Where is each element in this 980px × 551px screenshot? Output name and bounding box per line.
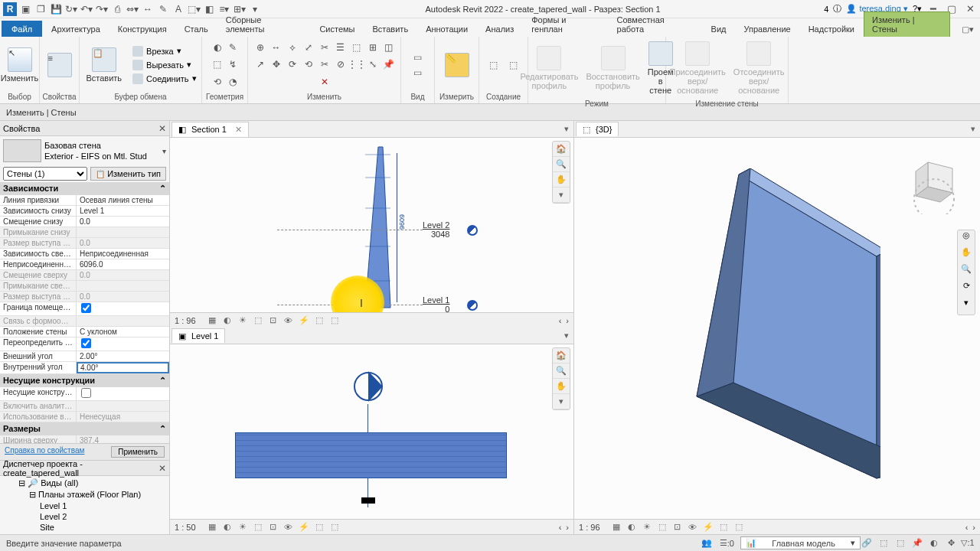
prop-room-bounding[interactable]: Граница помещен... [0,302,169,316]
shadow-icon[interactable]: ⬚ [253,315,263,326]
save-icon[interactable]: ❐ [34,2,47,16]
save-icon[interactable]: 💾 [49,2,63,16]
mod-icon[interactable]: ⊞ [366,41,380,54]
tab-insert[interactable]: Вставить [364,21,416,37]
geom-icon[interactable]: ⬚ [211,57,224,71]
measure-icon[interactable]: ⇔▾ [126,2,139,16]
more-icon[interactable]: ⬚ [329,522,340,533]
geom-icon[interactable]: ↯ [226,57,240,71]
scale-value[interactable]: 1 : 96 [579,523,600,532]
section-head-marker[interactable] [349,367,387,406]
shadow-icon[interactable]: ⬚ [657,522,668,533]
hide-icon[interactable]: 👁 [283,315,294,326]
mod-icon[interactable]: ↗ [253,57,267,71]
redo-icon[interactable]: ↷▾ [95,2,109,16]
model-combo[interactable]: 📊Главная модель▾ [740,536,861,549]
element-filter-select[interactable]: Стены (1) [3,167,87,181]
detail-icon[interactable]: ▦ [611,522,622,533]
prop-ext-angle[interactable]: Внешний угол2.00° [0,351,169,362]
tab-extra-icon[interactable]: ▢▾ [957,22,978,37]
print-icon[interactable]: ⎙ [110,2,124,16]
geom-icon[interactable]: ⟲ [211,75,224,89]
more-icon[interactable]: ⬚ [718,522,729,533]
tree-views[interactable]: ⊟ 🔎 Виды (all) [5,478,165,489]
section-view-canvas[interactable]: 🏠🔍✋▾ 6096 Level 2 3048 [170,138,573,312]
scale-value[interactable]: 1 : 50 [175,523,196,532]
mirror-icon[interactable]: ⟲ [302,57,315,71]
sun-icon[interactable]: ☀ [642,522,652,533]
prop-int-angle[interactable]: Внутренний угол4.00° [0,362,169,374]
pin-icon[interactable]: 📌 [382,57,396,71]
group-dimensions[interactable]: Размеры⌃ [0,422,169,435]
tab-overflow-icon[interactable]: ▾ [560,124,573,134]
more-icon[interactable]: ⬚ [329,315,340,326]
level2-marker-icon[interactable] [467,225,478,236]
prop-cross-section[interactable]: Положение стеныС уклоном [0,327,169,337]
move-icon[interactable]: ✥ [270,57,283,71]
delete-icon[interactable]: ✕ [318,75,332,89]
group-constraints[interactable]: Зависимости⌃ [0,182,169,195]
tab-addins[interactable]: Надстройки [800,21,863,37]
section-view-controls[interactable]: 1 : 96 ▦◐☀⬚⊡👁⚡⬚⬚ ‹› [170,312,573,328]
scroll-left-iconACicon[interactable]: ‹ [559,523,562,532]
mod-icon[interactable]: ⤢ [302,41,315,54]
wall-plan-element[interactable] [235,432,507,478]
tab-systems[interactable]: Системы [311,21,363,37]
array-icon[interactable]: ⋮⋮ [350,57,364,71]
shadow-icon[interactable]: ⬚ [253,522,263,533]
rotate-icon[interactable]: ⟳ [286,57,299,71]
view-icon[interactable]: ▭ [411,66,425,80]
tab-manage[interactable]: Управление [736,21,799,37]
paste-button[interactable]: 📋Вставить [83,46,125,84]
mod-icon[interactable]: ◫ [382,41,396,54]
link-icon[interactable]: 🔗 [861,537,873,549]
prop-base-constraint[interactable]: Зависимость снизуLevel 1 [0,206,169,217]
mod-icon[interactable]: ⬚ [350,41,364,54]
tab-3d[interactable]: ⬚{3D} [576,122,619,136]
measure-button[interactable]: 📏 [442,51,472,79]
tree-floorplans[interactable]: ⊟ Планы этажей (Floor Plan) [5,489,165,500]
prop-structural[interactable]: Несущие конструк... [0,387,169,401]
hide-icon[interactable]: 👁 [283,522,294,533]
create-icon[interactable]: ⬚ [484,55,503,75]
reveal-icon[interactable]: ⚡ [703,522,714,533]
worksets-icon[interactable]: 👥 [701,537,713,549]
tab-overflow-icon[interactable]: ▾ [966,124,980,134]
scale-value[interactable]: 1 : 96 [175,316,196,325]
tree-level1[interactable]: Level 1 [5,500,165,511]
prop-top-constraint[interactable]: Зависимость сверхуНеприсоединенная [0,249,169,259]
plan-view-canvas[interactable]: 🏠🔍✋▾ [170,344,573,519]
select-pinned-icon[interactable]: 📌 [911,537,923,549]
detail-icon[interactable]: ▦ [207,522,217,533]
sun-icon[interactable]: ☀ [237,315,248,326]
plan-view-controls[interactable]: 1 : 50 ▦◐☀⬚⊡👁⚡⬚⬚ ‹› [170,519,573,534]
prop-base-offset[interactable]: Смещение снизу0.0 [0,217,169,227]
tab-collaborate[interactable]: Совместная работа [609,11,702,37]
pan-icon[interactable]: ✋ [958,247,975,264]
crop-icon[interactable]: ⊡ [672,522,683,533]
level1-marker-icon[interactable] [467,300,478,311]
mod-icon[interactable]: ☰ [334,41,348,54]
trim-icon[interactable]: ✂ [318,57,332,71]
drag-icon[interactable]: ✥ [945,537,957,549]
join-button[interactable]: Соединить ▾ [131,73,198,85]
more-icon[interactable]: ⬚ [733,522,744,533]
more-icon[interactable]: ▾ [958,298,975,315]
detail-icon[interactable]: ▦ [207,315,217,326]
mod-icon[interactable]: ↔ [270,41,283,54]
text-icon[interactable]: A [172,2,185,16]
notif-count[interactable]: 4 [824,5,828,14]
scroll-right-icon[interactable]: › [566,523,569,532]
level1-name[interactable]: Level 1 [423,295,449,305]
nav-bar[interactable]: ◎ ✋ 🔍 ⟳ ▾ [957,230,975,315]
open-icon[interactable]: ▣ [18,2,32,16]
crop-icon[interactable]: ⊡ [268,522,279,533]
tab-structure[interactable]: Конструкция [109,21,175,37]
tree-level2[interactable]: Level 2 [5,511,165,522]
sun-icon[interactable]: ☀ [237,522,248,533]
3d-view-canvas[interactable]: ◎ ✋ 🔍 ⟳ ▾ [574,138,980,519]
scroll-right-icon[interactable]: › [566,316,569,325]
cut-button[interactable]: Врезка ▾ [131,45,198,57]
section-tail-marker[interactable] [361,497,375,504]
type-dropdown-icon[interactable]: ▾ [162,147,166,155]
